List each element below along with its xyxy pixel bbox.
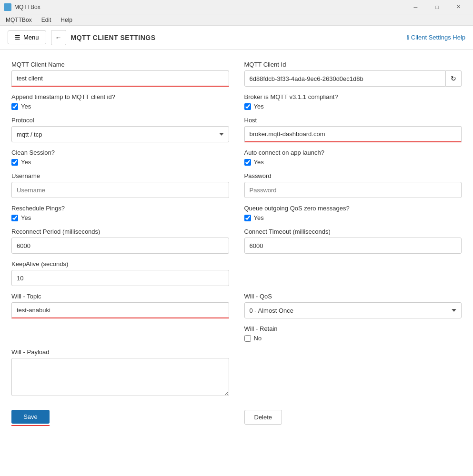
button-row-right: Delete <box>244 410 462 426</box>
window-controls: ─ □ ✕ <box>405 0 469 14</box>
connect-timeout-label: Connect Timeout (milliseconds) <box>244 228 462 235</box>
append-timestamp-checkbox[interactable] <box>11 103 18 110</box>
titlebar: MQTTBox ─ □ ✕ <box>0 0 473 14</box>
append-timestamp-yes: Yes <box>21 103 31 110</box>
back-button[interactable]: ← <box>51 30 66 45</box>
will-payload-group: Will - Payload <box>11 348 229 397</box>
clean-session-label: Clean Session? <box>11 149 229 156</box>
help-label: Client Settings Help <box>411 34 465 41</box>
reschedule-pings-checkbox-group: Yes <box>11 214 229 221</box>
auto-connect-yes: Yes <box>254 159 264 166</box>
toolbar: ☰ Menu ← MQTT CLIENT SETTINGS ℹ Client S… <box>0 26 473 50</box>
queue-outgoing-checkbox[interactable] <box>244 215 251 221</box>
clean-session-group: Clean Session? Yes <box>11 149 229 172</box>
button-row-left: Save <box>11 410 229 426</box>
main-content: MQTT Client Name MQTT Client Id ↻ Append… <box>0 50 473 476</box>
help-link[interactable]: ℹ Client Settings Help <box>407 34 465 41</box>
password-group: Password <box>244 172 462 198</box>
refresh-button[interactable]: ↻ <box>446 70 462 87</box>
will-retain-checkbox[interactable] <box>244 335 251 342</box>
append-timestamp-group: Append timestamp to MQTT client id? Yes <box>11 93 229 117</box>
will-payload-textarea[interactable] <box>11 358 229 396</box>
will-topic-group: Will - Topic <box>11 293 229 318</box>
connect-timeout-input[interactable] <box>244 238 462 254</box>
username-group: Username <box>11 172 229 198</box>
will-qos-select[interactable]: 0 - Almost Once 1 - At Least Once 2 - Ex… <box>244 302 462 318</box>
clean-session-checkbox-group: Yes <box>11 159 229 166</box>
auto-connect-group: Auto connect on app launch? Yes <box>244 149 462 172</box>
host-group: Host <box>244 117 462 142</box>
clean-session-yes: Yes <box>21 159 31 166</box>
keepalive-group: KeepAlive (seconds) <box>11 260 229 286</box>
hamburger-icon: ☰ <box>15 34 20 41</box>
auto-connect-checkbox-group: Yes <box>244 159 462 166</box>
protocol-label: Protocol <box>11 117 229 124</box>
client-name-input[interactable] <box>11 70 229 87</box>
reschedule-pings-group: Reschedule Pings? Yes <box>11 205 229 228</box>
will-payload-spacer <box>244 348 462 404</box>
will-qos-group: Will - QoS 0 - Almost Once 1 - At Least … <box>244 293 462 318</box>
will-retain-checkbox-group: No <box>244 335 462 342</box>
client-id-group: MQTT Client Id ↻ <box>244 61 462 87</box>
queue-outgoing-checkbox-group: Yes <box>244 214 462 221</box>
delete-button[interactable]: Delete <box>244 410 282 425</box>
username-input[interactable] <box>11 182 229 198</box>
host-input[interactable] <box>244 126 462 142</box>
menu-button[interactable]: ☰ Menu <box>8 30 46 44</box>
append-timestamp-label: Append timestamp to MQTT client id? <box>11 93 229 100</box>
keepalive-spacer <box>244 260 462 293</box>
will-retain-label: Will - Retain <box>244 325 462 332</box>
keepalive-input[interactable] <box>11 270 229 286</box>
menu-label: Menu <box>23 34 39 41</box>
queue-outgoing-yes: Yes <box>254 214 264 221</box>
broker-compliant-checkbox-group: Yes <box>244 103 462 110</box>
will-topic-label: Will - Topic <box>11 293 229 300</box>
append-timestamp-checkbox-group: Yes <box>11 103 229 110</box>
will-topic-input[interactable] <box>11 302 229 318</box>
auto-connect-label: Auto connect on app launch? <box>244 149 462 156</box>
reconnect-period-input[interactable] <box>11 238 229 254</box>
auto-connect-checkbox[interactable] <box>244 159 251 166</box>
menu-help[interactable]: Help <box>59 16 74 24</box>
will-qos-label: Will - QoS <box>244 293 462 300</box>
client-id-label: MQTT Client Id <box>244 61 462 68</box>
save-button[interactable]: Save <box>11 410 50 424</box>
keepalive-label: KeepAlive (seconds) <box>11 260 229 268</box>
reconnect-period-label: Reconnect Period (milliseconds) <box>11 228 229 235</box>
connect-timeout-group: Connect Timeout (milliseconds) <box>244 228 462 254</box>
broker-compliant-yes: Yes <box>254 103 264 110</box>
menubar: MQTTBox Edit Help <box>0 14 473 26</box>
password-input[interactable] <box>244 182 462 198</box>
maximize-button[interactable]: □ <box>426 0 448 14</box>
reschedule-pings-yes: Yes <box>21 214 31 221</box>
refresh-icon: ↻ <box>451 75 456 82</box>
info-icon: ℹ <box>407 34 409 41</box>
back-icon: ← <box>55 34 62 41</box>
app-icon <box>4 3 11 11</box>
queue-outgoing-label: Queue outgoing QoS zero messages? <box>244 205 462 212</box>
close-button[interactable]: ✕ <box>448 0 469 14</box>
client-id-input[interactable] <box>244 70 446 87</box>
save-underline <box>11 425 50 426</box>
page-title: MQTT CLIENT SETTINGS <box>71 34 156 41</box>
reconnect-period-group: Reconnect Period (milliseconds) <box>11 228 229 254</box>
menu-edit[interactable]: Edit <box>40 16 53 24</box>
reschedule-pings-checkbox[interactable] <box>11 215 18 221</box>
protocol-select[interactable]: mqtt / tcp ws / websocket wss / websocke… <box>11 126 229 142</box>
save-wrapper: Save <box>11 410 50 426</box>
titlebar-title: MQTTBox <box>14 4 40 10</box>
broker-compliant-label: Broker is MQTT v3.1.1 compliant? <box>244 93 462 100</box>
menu-mqttbox[interactable]: MQTTBox <box>4 16 34 24</box>
password-label: Password <box>244 172 462 179</box>
broker-compliant-group: Broker is MQTT v3.1.1 compliant? Yes <box>244 93 462 117</box>
clean-session-checkbox[interactable] <box>11 159 18 166</box>
queue-outgoing-group: Queue outgoing QoS zero messages? Yes <box>244 205 462 228</box>
username-label: Username <box>11 172 229 179</box>
broker-compliant-checkbox[interactable] <box>244 103 251 110</box>
will-retain-no: No <box>254 335 262 342</box>
reschedule-pings-label: Reschedule Pings? <box>11 205 229 212</box>
client-name-group: MQTT Client Name <box>11 61 229 87</box>
will-payload-label: Will - Payload <box>11 348 229 356</box>
minimize-button[interactable]: ─ <box>405 0 426 14</box>
will-topic-spacer <box>11 325 229 348</box>
